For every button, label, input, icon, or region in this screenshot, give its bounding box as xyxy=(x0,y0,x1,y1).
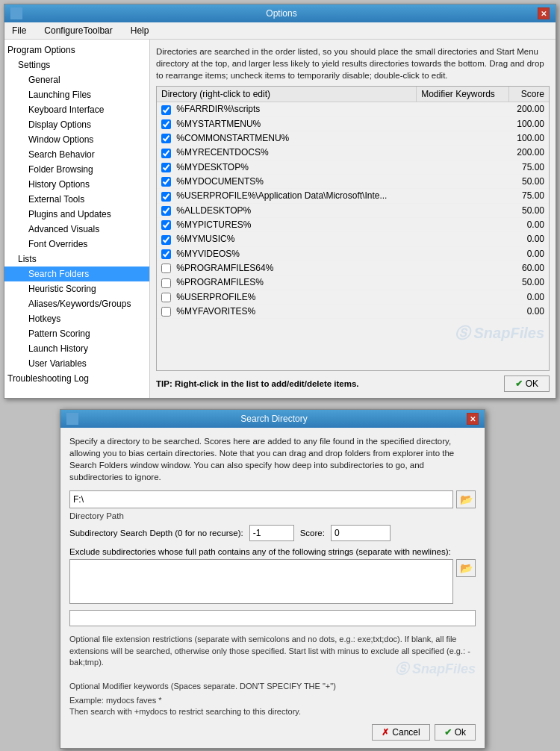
keyword-cell-12 xyxy=(417,275,508,290)
table-row: %MYMUSIC% 0.00 xyxy=(157,232,549,246)
dir-checkbox-5[interactable] xyxy=(161,177,171,187)
ext-input[interactable] xyxy=(69,610,476,626)
dir-path-11: %PROGRAMFILES64% xyxy=(176,263,273,273)
dir-path-14: %MYFAVORITES% xyxy=(176,306,255,317)
menu-help[interactable]: Help xyxy=(126,24,154,37)
tree-display-options[interactable]: Display Options xyxy=(4,117,149,132)
modifier-example: Example: mydocs faves * Then search with… xyxy=(69,695,476,718)
tree-search-folders[interactable]: Search Folders xyxy=(4,267,149,281)
table-row: %PROGRAMFILES% 50.00 xyxy=(157,275,549,290)
dir-checkbox-1[interactable] xyxy=(161,119,171,129)
dir-cell-11: %PROGRAMFILES64% xyxy=(157,261,417,275)
browse-button[interactable]: 📂 xyxy=(456,490,476,508)
tree-search-behavior[interactable]: Search Behavior xyxy=(4,147,149,162)
tree-lists[interactable]: Lists xyxy=(4,252,149,267)
tree-aliases-keywords-groups[interactable]: Aliases/Keywords/Groups xyxy=(4,296,149,311)
table-header-row: Directory (right-click to edit) Modifier… xyxy=(157,87,549,102)
ext-section xyxy=(69,610,476,628)
score-label: Score: xyxy=(300,529,325,537)
search-dir-description: Specify a directory to be searched. Scor… xyxy=(69,435,476,483)
cancel-button[interactable]: ✗ Cancel xyxy=(372,724,429,741)
dir-checkbox-8[interactable] xyxy=(161,220,171,230)
dir-path-5: %MYDOCUMENTS% xyxy=(176,176,264,187)
search-dir-title: Search Directory xyxy=(81,414,467,424)
tree-folder-browsing[interactable]: Folder Browsing xyxy=(4,162,149,177)
tree-troubleshooting[interactable]: Troubleshooting Log xyxy=(4,371,149,386)
dir-path-6: %USERPROFILE%\Application Data\Microsoft… xyxy=(176,190,387,201)
table-row: %MYPICTURES% 0.00 xyxy=(157,217,549,231)
dir-checkbox-6[interactable] xyxy=(161,192,171,202)
options-close-button[interactable]: ✕ xyxy=(538,7,550,19)
exclude-textarea[interactable] xyxy=(69,559,453,604)
dir-cell-7: %ALLDESKTOP% xyxy=(157,203,417,217)
dir-checkbox-4[interactable] xyxy=(161,163,171,172)
dir-path-3: %MYRECENTDOCS% xyxy=(176,147,268,158)
keyword-cell-14 xyxy=(417,304,508,318)
cancel-label: Cancel xyxy=(392,727,420,738)
menu-file[interactable]: File xyxy=(7,24,31,37)
tree-font-overrides[interactable]: Font Overrides xyxy=(4,237,149,252)
dir-checkbox-9[interactable] xyxy=(161,235,171,245)
dir-cell-8: %MYPICTURES% xyxy=(157,217,417,231)
dir-checkbox-13[interactable] xyxy=(161,293,171,302)
tree-settings[interactable]: Settings xyxy=(4,57,149,72)
dir-checkbox-0[interactable] xyxy=(161,105,171,115)
score-cell-4: 75.00 xyxy=(508,160,549,174)
tree-launch-history[interactable]: Launch History xyxy=(4,341,149,356)
tree-history-options[interactable]: History Options xyxy=(4,177,149,192)
dir-checkbox-12[interactable] xyxy=(161,278,171,288)
options-app-icon xyxy=(10,7,22,19)
path-input[interactable] xyxy=(69,490,453,508)
menu-configure-toolbar[interactable]: ConfigureToolbar xyxy=(40,24,116,37)
exclude-browse-button[interactable]: 📂 xyxy=(456,559,476,577)
score-cell-12: 50.00 xyxy=(508,275,549,290)
search-dir-close-button[interactable]: ✕ xyxy=(467,413,479,425)
tree-general[interactable]: General xyxy=(4,72,149,87)
search-dir-ok-button[interactable]: ✔ Ok xyxy=(435,724,476,741)
keyword-cell-1 xyxy=(417,116,508,131)
tree-window-options[interactable]: Window Options xyxy=(4,132,149,147)
dir-checkbox-14[interactable] xyxy=(161,307,171,317)
dir-checkbox-3[interactable] xyxy=(161,149,171,158)
dir-checkbox-2[interactable] xyxy=(161,134,171,143)
keyword-cell-6 xyxy=(417,189,508,203)
keyword-cell-3 xyxy=(417,146,508,160)
dir-checkbox-7[interactable] xyxy=(161,206,171,216)
dir-cell-3: %MYRECENTDOCS% xyxy=(157,146,417,160)
tree-hotkeys[interactable]: Hotkeys xyxy=(4,311,149,326)
keyword-cell-2 xyxy=(417,131,508,145)
tree-pattern-scoring[interactable]: Pattern Scoring xyxy=(4,326,149,341)
keyword-cell-5 xyxy=(417,174,508,188)
dir-path-8: %MYPICTURES% xyxy=(176,219,251,230)
dir-path-4: %MYDESKTOP% xyxy=(176,162,248,172)
col-header-score: Score xyxy=(508,87,549,102)
keyword-cell-7 xyxy=(417,203,508,217)
modifier-label: Optional Modifier keywords (Spaces separ… xyxy=(69,681,476,692)
tree-program-options[interactable]: Program Options xyxy=(4,43,149,57)
options-menubar: File ConfigureToolbar Help xyxy=(4,22,556,40)
directory-table: Directory (right-click to edit) Modifier… xyxy=(157,87,549,319)
dir-path-10: %MYVIDEOS% xyxy=(176,249,240,259)
table-row: %ALLDESKTOP% 50.00 xyxy=(157,203,549,217)
ext-desc: Optional file extension restrictions (se… xyxy=(69,634,476,668)
dir-cell-2: %COMMONSTARTMENU% xyxy=(157,131,417,145)
options-ok-button[interactable]: ✔ OK xyxy=(504,376,550,392)
tree-advanced-visuals[interactable]: Advanced Visuals xyxy=(4,222,149,237)
dir-path-2: %COMMONSTARTMENU% xyxy=(176,133,289,143)
dir-checkbox-11[interactable] xyxy=(161,264,171,273)
tree-launching-files[interactable]: Launching Files xyxy=(4,87,149,102)
tree-user-variables[interactable]: User Variables xyxy=(4,356,149,371)
depth-input[interactable] xyxy=(249,525,294,541)
dir-checkbox-10[interactable] xyxy=(161,249,171,259)
path-row: 📂 xyxy=(69,490,476,508)
tree-external-tools[interactable]: External Tools xyxy=(4,192,149,207)
tree-plugins-updates[interactable]: Plugins and Updates xyxy=(4,207,149,222)
table-row: %MYDESKTOP% 75.00 xyxy=(157,160,549,174)
content-description: Directories are searched in the order li… xyxy=(156,46,550,81)
table-row: %MYRECENTDOCS% 200.00 xyxy=(157,146,549,160)
score-input[interactable] xyxy=(331,525,391,541)
tree-heuristic-scoring[interactable]: Heuristic Scoring xyxy=(4,281,149,296)
options-content-panel: Directories are searched in the order li… xyxy=(150,40,556,398)
table-row: %MYDOCUMENTS% 50.00 xyxy=(157,174,549,188)
tree-keyboard-interface[interactable]: Keyboard Interface xyxy=(4,102,149,117)
